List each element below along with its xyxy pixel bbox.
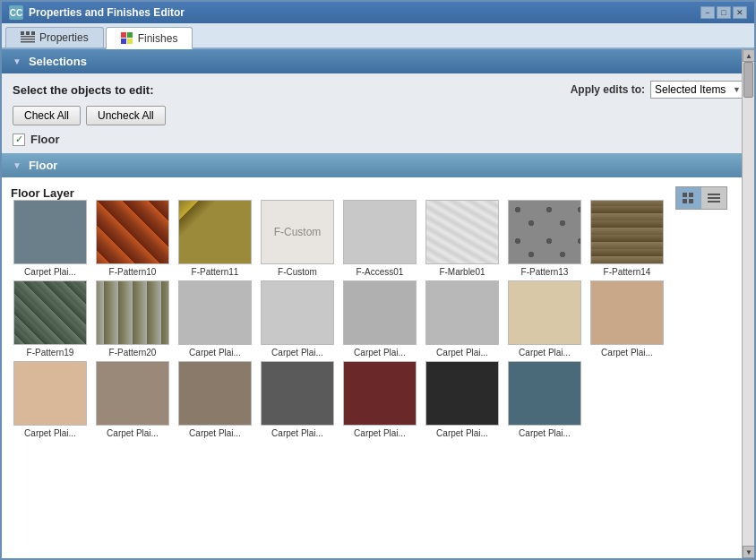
texture-swatch-carpet-plain-red [343, 361, 417, 426]
svg-rect-6 [683, 193, 687, 197]
texture-label-f-pattern19: F-Pattern19 [11, 348, 90, 358]
texture-item-carpet-plain-blue[interactable]: Carpet Plai... [11, 200, 90, 277]
texture-item-f-custom[interactable]: F-CustomF-Custom [258, 200, 337, 277]
floor-collapse-arrow[interactable]: ▼ [13, 160, 21, 170]
texture-item-carpet-plain-lg2[interactable]: Carpet Plai... [340, 280, 419, 358]
title-bar: CC Properties and Finishes Editor − □ ✕ [2, 2, 754, 23]
texture-item-f-access01[interactable]: F-Access01 [340, 200, 419, 277]
floor-section-header: ▼ Floor [2, 153, 754, 177]
apply-edits-container: Apply edits to: Selected Items All Items… [571, 81, 743, 99]
tab-properties-label: Properties [39, 31, 89, 44]
view-list-button[interactable] [701, 187, 726, 209]
main-window: CC Properties and Finishes Editor − □ ✕ … [0, 0, 756, 560]
texture-label-carpet-plain-blue: Carpet Plai... [11, 267, 90, 277]
texture-item-carpet-plain-brown1[interactable]: Carpet Plai... [93, 361, 172, 438]
texture-grid: Carpet Plai...F-Pattern10F-Pattern11F-Cu… [11, 200, 733, 438]
texture-item-carpet-plain-beige[interactable]: Carpet Plai... [505, 280, 584, 358]
texture-swatch-carpet-plain-dkgray [261, 361, 334, 426]
check-all-button[interactable]: Check All [13, 106, 81, 125]
texture-swatch-carpet-plain-lttan [13, 361, 87, 426]
properties-tab-icon [21, 31, 35, 44]
texture-label-carpet-plain-vlg1: Carpet Plai... [258, 348, 337, 358]
texture-item-carpet-plain-tan[interactable]: Carpet Plai... [588, 280, 666, 358]
texture-label-carpet-plain-beige: Carpet Plai... [505, 348, 584, 358]
texture-label-carpet-plain-brown1: Carpet Plai... [93, 428, 172, 438]
texture-swatch-carpet-plain-lg1 [178, 280, 252, 345]
floor-checkbox[interactable]: ✓ [13, 134, 25, 146]
texture-label-carpet-plain-lg3: Carpet Plai... [423, 348, 502, 358]
uncheck-all-button[interactable]: Uncheck All [86, 106, 166, 125]
texture-item-carpet-plain-brown2[interactable]: Carpet Plai... [176, 361, 254, 438]
texture-swatch-carpet-plain-black [425, 361, 499, 426]
texture-label-f-custom: F-Custom [258, 267, 337, 277]
texture-item-carpet-plain-vlg1[interactable]: Carpet Plai... [258, 280, 337, 358]
texture-swatch-f-pattern20 [96, 280, 169, 345]
texture-item-carpet-plain-dkgray[interactable]: Carpet Plai... [258, 361, 337, 438]
texture-label-carpet-plain-lttan: Carpet Plai... [11, 428, 90, 438]
svg-rect-12 [708, 201, 720, 202]
texture-label-f-marble01: F-Marble01 [423, 267, 502, 277]
texture-label-carpet-plain-lg2: Carpet Plai... [340, 348, 419, 358]
scroll-track[interactable] [743, 62, 754, 546]
scroll-thumb[interactable] [743, 62, 753, 98]
texture-item-carpet-plain-red[interactable]: Carpet Plai... [340, 361, 419, 438]
floor-section-title: Floor [29, 159, 58, 172]
check-buttons-row: Check All Uncheck All [13, 106, 743, 125]
texture-swatch-carpet-plain-steel [508, 361, 581, 426]
texture-swatch-f-pattern10 [96, 200, 169, 264]
texture-label-carpet-plain-black: Carpet Plai... [423, 428, 502, 438]
scrollbar: ▲ ▼ [742, 49, 754, 558]
window-title: Properties and Finishes Editor [29, 6, 185, 19]
texture-item-carpet-plain-lg3[interactable]: Carpet Plai... [423, 280, 502, 358]
texture-item-f-pattern19[interactable]: F-Pattern19 [11, 280, 90, 358]
view-grid-button[interactable] [676, 187, 701, 209]
floor-content: Floor Layer [2, 177, 742, 558]
texture-item-f-marble01[interactable]: F-Marble01 [423, 200, 502, 277]
texture-label-f-pattern13: F-Pattern13 [505, 267, 584, 277]
floor-layer-title: Floor Layer [11, 186, 74, 200]
texture-label-f-pattern14: F-Pattern14 [588, 267, 666, 277]
svg-rect-1 [26, 31, 30, 35]
minimize-button[interactable]: − [700, 6, 715, 19]
texture-item-f-pattern10[interactable]: F-Pattern10 [93, 200, 172, 277]
texture-label-f-pattern11: F-Pattern11 [176, 267, 254, 277]
texture-label-f-pattern10: F-Pattern10 [93, 267, 172, 277]
svg-rect-7 [689, 193, 693, 197]
svg-rect-0 [21, 31, 24, 35]
main-content: ▼ Selections Select the objects to edit:… [2, 49, 754, 558]
svg-rect-9 [689, 199, 693, 203]
texture-swatch-carpet-plain-blue [13, 200, 87, 264]
scroll-down-button[interactable]: ▼ [743, 546, 754, 558]
texture-label-carpet-plain-brown2: Carpet Plai... [176, 428, 254, 438]
selections-top-row: Select the objects to edit: Apply edits … [13, 81, 743, 99]
tab-bar: Properties Finishes [2, 23, 754, 49]
texture-label-carpet-plain-dkgray: Carpet Plai... [258, 428, 337, 438]
restore-button[interactable]: □ [717, 6, 731, 19]
texture-label-f-pattern20: F-Pattern20 [93, 348, 172, 358]
apply-edits-dropdown[interactable]: Selected Items All Items [650, 81, 743, 99]
view-toggle [675, 186, 727, 210]
texture-item-carpet-plain-steel[interactable]: Carpet Plai... [505, 361, 584, 438]
selections-collapse-arrow[interactable]: ▼ [13, 56, 21, 66]
svg-rect-2 [31, 31, 35, 35]
texture-item-f-pattern14[interactable]: F-Pattern14 [588, 200, 666, 277]
texture-item-f-pattern11[interactable]: F-Pattern11 [176, 200, 254, 277]
close-button[interactable]: ✕ [733, 6, 747, 19]
tab-finishes[interactable]: Finishes [106, 27, 193, 49]
texture-swatch-f-pattern19 [13, 280, 87, 345]
floor-content-wrapper: Floor Layer [2, 177, 754, 558]
texture-item-f-pattern13[interactable]: F-Pattern13 [505, 200, 584, 277]
texture-swatch-carpet-plain-lg3 [425, 280, 499, 345]
texture-swatch-f-access01 [343, 200, 417, 264]
texture-swatch-carpet-plain-tan [590, 280, 664, 345]
texture-swatch-f-custom: F-Custom [261, 200, 334, 264]
scroll-up-button[interactable]: ▲ [743, 49, 754, 62]
texture-item-f-pattern20[interactable]: F-Pattern20 [93, 280, 172, 358]
select-objects-label: Select the objects to edit: [13, 83, 153, 97]
texture-item-carpet-plain-lttan[interactable]: Carpet Plai... [11, 361, 90, 438]
texture-swatch-f-pattern11 [178, 200, 252, 264]
texture-item-carpet-plain-lg1[interactable]: Carpet Plai... [176, 280, 254, 358]
tab-properties[interactable]: Properties [5, 27, 104, 47]
texture-swatch-carpet-plain-lg2 [343, 280, 417, 345]
texture-item-carpet-plain-black[interactable]: Carpet Plai... [423, 361, 502, 438]
